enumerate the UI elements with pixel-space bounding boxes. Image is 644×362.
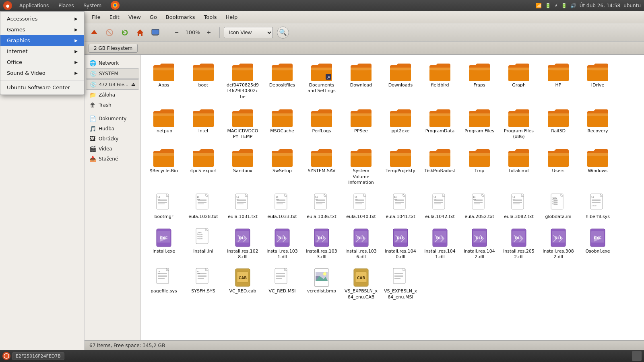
- file-item[interactable]: DLL install.res.1042.dll: [461, 226, 497, 263]
- file-item[interactable]: 10 101 eula.1033.txt: [264, 191, 300, 222]
- sidebar-trash[interactable]: 🗑 Trash: [86, 100, 139, 110]
- menu-sound-video[interactable]: Sound & Video ▶: [0, 68, 84, 78]
- folder-item[interactable]: ppt2exe: [382, 105, 419, 142]
- folder-item[interactable]: Windows: [580, 145, 616, 188]
- file-item[interactable]: [Setu Produ Produ Produ install.ini: [185, 226, 221, 263]
- zoom-in-button[interactable]: +: [202, 26, 215, 39]
- file-item[interactable]: VC_RED.MSI: [264, 265, 300, 302]
- folder-item[interactable]: Fraps: [461, 60, 497, 102]
- folder-item[interactable]: fieldbird: [422, 60, 458, 102]
- menu-edit[interactable]: Edit: [105, 12, 124, 22]
- sidebar-stazene[interactable]: 📥 Stažené: [86, 154, 139, 164]
- folder-item[interactable]: Graph: [501, 60, 537, 102]
- folder-item[interactable]: MSOCache: [264, 105, 300, 142]
- file-item[interactable]: 10 101 eula.1028.txt: [185, 191, 221, 222]
- system-menu[interactable]: System: [81, 2, 104, 9]
- file-item[interactable]: 10 101 eula.1042.txt: [422, 191, 458, 222]
- taskbar-icon-right[interactable]: [632, 351, 642, 361]
- file-item[interactable]: DLL install.res.1033.dll: [303, 226, 340, 263]
- sidebar-videa[interactable]: 🎬 Videa: [86, 144, 139, 154]
- file-item[interactable]: CAB VS_EXPBSLN_x64_enu.CAB: [343, 265, 379, 302]
- folder-item[interactable]: Users: [540, 145, 576, 188]
- file-item[interactable]: 10 101 eula.2052.txt: [461, 191, 497, 222]
- file-item[interactable]: EXE install.exe: [146, 226, 182, 263]
- folder-item[interactable]: Recovery: [580, 105, 616, 142]
- ubuntu-logo[interactable]: ●: [3, 1, 12, 10]
- folder-item[interactable]: SYSTEM.SAV: [303, 145, 340, 188]
- folder-item[interactable]: Apps: [146, 60, 182, 102]
- folder-item[interactable]: Sandbox: [225, 145, 261, 188]
- folder-item[interactable]: TempProjekty: [382, 145, 419, 188]
- taskbar-item[interactable]: E2F25016F24FED7B: [12, 352, 64, 360]
- folder-item[interactable]: ProgramData: [422, 105, 458, 142]
- menu-file[interactable]: File: [88, 12, 105, 22]
- stop-button[interactable]: [103, 26, 116, 39]
- file-item[interactable]: vcredist.bmp: [303, 265, 340, 302]
- folder-item[interactable]: HP: [540, 60, 576, 102]
- folder-item[interactable]: System Volume Information: [343, 145, 379, 188]
- view-selector[interactable]: Icon View List View Compact View: [224, 27, 273, 38]
- zoom-out-button[interactable]: −: [170, 26, 183, 39]
- file-item[interactable]: DLL install.res.3082.dll: [540, 226, 576, 263]
- file-item[interactable]: 10 101 eula.1041.txt: [382, 191, 419, 222]
- folder-item[interactable]: Tmp: [461, 145, 497, 188]
- folder-item[interactable]: Rail3D: [540, 105, 576, 142]
- search-button[interactable]: 🔍: [277, 27, 289, 39]
- menu-internet[interactable]: Internet ▶: [0, 46, 84, 57]
- sidebar-dokumenty[interactable]: 📄 Dokumenty: [86, 114, 139, 123]
- folder-item[interactable]: $Recycle.Bin: [146, 145, 182, 188]
- folder-item[interactable]: SwSetup: [264, 145, 300, 188]
- menu-games[interactable]: Games ▶: [0, 24, 84, 35]
- file-item[interactable]: 10 101 SYSFH.SYS: [185, 265, 221, 302]
- file-item[interactable]: 10 101 bootmgr: [146, 191, 182, 222]
- folder-item[interactable]: Download: [343, 60, 379, 102]
- home-button[interactable]: [134, 26, 147, 39]
- sidebar-system[interactable]: 💿 SYSTEM: [86, 68, 139, 79]
- file-item[interactable]: 10 101 eula.1031.txt: [225, 191, 261, 222]
- file-item[interactable]: DLL install.res.1036.dll: [343, 226, 379, 263]
- folder-item[interactable]: IDrive: [580, 60, 616, 102]
- applications-menu[interactable]: Applications: [17, 2, 51, 9]
- sidebar-network[interactable]: 🌐 Network: [86, 58, 139, 68]
- file-item[interactable]: 10 101 eula.1036.txt: [303, 191, 340, 222]
- menu-go[interactable]: Go: [146, 12, 161, 22]
- file-item[interactable]: DLL install.res.1031.dll: [264, 226, 300, 263]
- folder-item[interactable]: inetpub: [146, 105, 182, 142]
- folder-item[interactable]: Program Files (x86): [501, 105, 537, 142]
- folder-item[interactable]: Intel: [185, 105, 221, 142]
- file-item[interactable]: DLL install.res.1041.dll: [422, 226, 458, 263]
- folder-item[interactable]: totalcmd: [501, 145, 537, 188]
- taskbar-ubuntu-logo[interactable]: [2, 352, 10, 360]
- breadcrumb-filesystem[interactable]: 2 GB Filesystem: [89, 44, 138, 53]
- menu-office[interactable]: Office ▶: [0, 57, 84, 68]
- file-item[interactable]: CAB VC_RED.cab: [225, 265, 261, 302]
- folder-item[interactable]: Downloads: [382, 60, 419, 102]
- computer-button[interactable]: [149, 26, 162, 39]
- folder-item[interactable]: dcf0470825d9f4629f40302cbe: [225, 60, 261, 102]
- file-item[interactable]: 10 101 eula.1040.txt: [343, 191, 379, 222]
- file-item[interactable]: DLL install.res.1040.dll: [382, 226, 419, 263]
- folder-item[interactable]: boot: [185, 60, 221, 102]
- sidebar-obrazky[interactable]: 🖼 Obrázky: [86, 134, 139, 144]
- file-item[interactable]: DLL install.res.2052.dll: [501, 226, 537, 263]
- folder-item[interactable]: ↗ Documents and Settings: [303, 60, 340, 102]
- menu-graphics[interactable]: Graphics ▶: [0, 35, 84, 46]
- file-item[interactable]: [Setu Produ Produ Produ globdata.ini: [540, 191, 576, 222]
- places-menu[interactable]: Places: [56, 2, 76, 9]
- sidebar-zaloha[interactable]: 📁 Záloha: [86, 90, 139, 100]
- menu-view[interactable]: View: [124, 12, 145, 22]
- file-item[interactable]: DLL install.res.1028.dll: [225, 226, 261, 263]
- file-item[interactable]: VS_EXPBSLN_x64_enu.MSI: [382, 265, 419, 302]
- file-item[interactable]: EXE Osobní.exe: [580, 226, 616, 263]
- folder-item[interactable]: MAGICDVDCOPY_TEMP: [225, 105, 261, 142]
- sidebar-disk-large[interactable]: 💿 472 GB File... ⏏: [86, 79, 139, 90]
- folder-item[interactable]: TiskProRadost: [422, 145, 458, 188]
- folder-item[interactable]: rtpc5 export: [185, 145, 221, 188]
- menu-help[interactable]: Help: [222, 12, 242, 22]
- folder-item[interactable]: PerfLogs: [303, 105, 340, 142]
- up-button[interactable]: [88, 26, 101, 39]
- file-item[interactable]: 10 101 pagefile.sys: [146, 265, 182, 302]
- menu-accessories[interactable]: Accessories ▶: [0, 13, 84, 24]
- folder-item[interactable]: PPSee: [343, 105, 379, 142]
- eject-icon[interactable]: ⏏: [131, 82, 136, 87]
